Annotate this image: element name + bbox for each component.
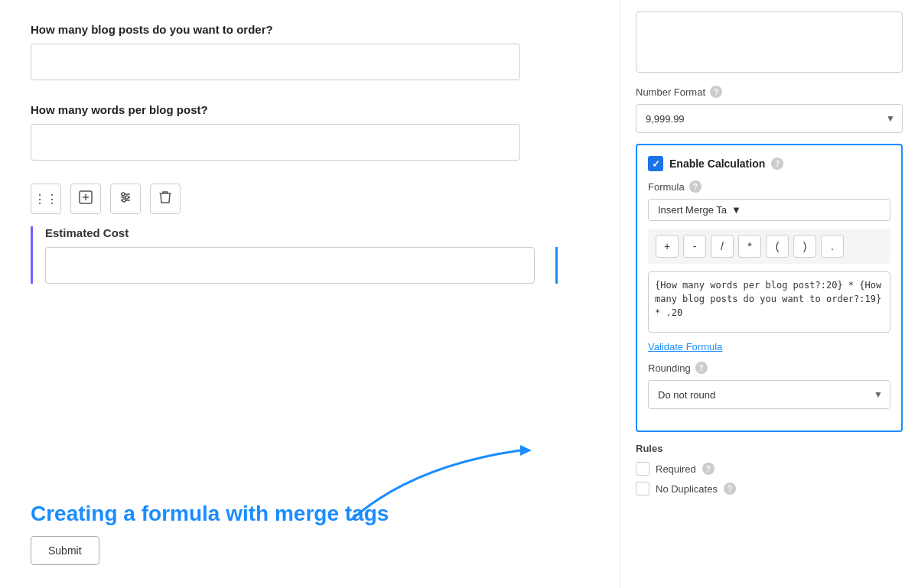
settings-button[interactable]: [110, 184, 141, 214]
drag-button[interactable]: ⋮⋮: [31, 184, 61, 214]
number-format-help-icon[interactable]: ?: [710, 86, 722, 98]
rounding-select-wrap: Do not round Round to nearest whole Roun…: [648, 380, 890, 409]
drag-icon: ⋮⋮: [34, 192, 58, 206]
settings-icon: [119, 190, 132, 207]
no-duplicates-checkbox[interactable]: [636, 482, 649, 495]
svg-point-6: [122, 193, 125, 196]
formula-label-row: Formula ?: [648, 180, 890, 193]
rules-section: Rules Required ? No Duplicates ?: [636, 443, 903, 495]
question2-section: How many words per blog post?: [31, 103, 589, 161]
op-divide-button[interactable]: /: [711, 235, 734, 258]
estimated-cost-section: Estimated Cost: [31, 226, 589, 284]
top-textarea[interactable]: [636, 11, 903, 73]
no-duplicates-help-icon[interactable]: ?: [724, 482, 736, 495]
svg-point-8: [122, 199, 125, 202]
number-format-select-wrap: 9,999.99 9999.99 9.999,99 ▼: [636, 104, 903, 133]
svg-point-7: [125, 196, 129, 199]
rounding-label-row: Rounding ?: [648, 362, 890, 374]
svg-marker-9: [520, 445, 532, 456]
watermark-text: Creating a formula with merge tags: [31, 501, 389, 527]
enable-calc-help-icon[interactable]: ?: [771, 158, 783, 170]
validate-formula-link[interactable]: Validate Formula: [648, 341, 890, 352]
merge-tag-button[interactable]: Insert Merge Ta ▼: [648, 199, 890, 221]
op-close-paren-button[interactable]: ): [793, 235, 816, 258]
vertical-line: [555, 247, 558, 284]
rounding-label: Rounding: [648, 362, 691, 374]
add-field-button[interactable]: [70, 184, 101, 214]
question1-input[interactable]: [31, 44, 520, 80]
op-dot-button[interactable]: .: [821, 235, 844, 258]
merge-tag-chevron-icon: ▼: [731, 204, 741, 216]
estimated-cost-input-wrap: [45, 247, 535, 284]
rounding-help-icon[interactable]: ?: [695, 362, 708, 374]
toolbar-row: ⋮⋮: [31, 184, 589, 214]
op-plus-button[interactable]: +: [656, 235, 679, 258]
submit-button[interactable]: Submit: [31, 536, 99, 565]
merge-tag-label: Insert Merge Ta: [658, 204, 727, 216]
question2-label: How many words per blog post?: [31, 103, 589, 116]
op-multiply-button[interactable]: *: [738, 235, 761, 258]
rules-title: Rules: [636, 443, 903, 454]
calculation-box: Enable Calculation ? Formula ? Insert Me…: [636, 144, 903, 432]
operators-row: + - / * ( ) .: [648, 229, 890, 264]
right-panel: Number Format ? 9,999.99 9999.99 9.999,9…: [620, 0, 918, 588]
delete-icon: [159, 190, 171, 207]
enable-calc-checkbox[interactable]: [648, 156, 663, 171]
no-duplicates-row: No Duplicates ?: [636, 482, 903, 495]
formula-label: Formula: [648, 181, 685, 193]
number-format-label: Number Format: [636, 86, 705, 98]
op-minus-button[interactable]: -: [683, 235, 706, 258]
number-format-row: Number Format ?: [636, 86, 903, 98]
required-row: Required ?: [636, 462, 903, 476]
number-format-select[interactable]: 9,999.99 9999.99 9.999,99: [636, 104, 903, 133]
formula-textarea[interactable]: [648, 271, 890, 333]
enable-calc-label: Enable Calculation: [669, 158, 765, 170]
calc-header: Enable Calculation ?: [648, 156, 890, 171]
question1-label: How many blog posts do you want to order…: [31, 23, 589, 36]
no-duplicates-label: No Duplicates: [656, 483, 718, 495]
left-panel: How many blog posts do you want to order…: [0, 0, 620, 588]
estimated-cost-input[interactable]: [45, 247, 535, 284]
delete-button[interactable]: [150, 184, 181, 214]
add-icon: [79, 190, 93, 207]
question1-section: How many blog posts do you want to order…: [31, 23, 589, 80]
op-open-paren-button[interactable]: (: [766, 235, 789, 258]
required-checkbox[interactable]: [636, 462, 649, 476]
estimated-cost-label: Estimated Cost: [45, 226, 589, 239]
rounding-select[interactable]: Do not round Round to nearest whole Roun…: [648, 380, 890, 409]
question2-input[interactable]: [31, 124, 520, 161]
formula-help-icon[interactable]: ?: [689, 180, 702, 193]
required-label: Required: [656, 463, 696, 475]
required-help-icon[interactable]: ?: [702, 463, 715, 475]
